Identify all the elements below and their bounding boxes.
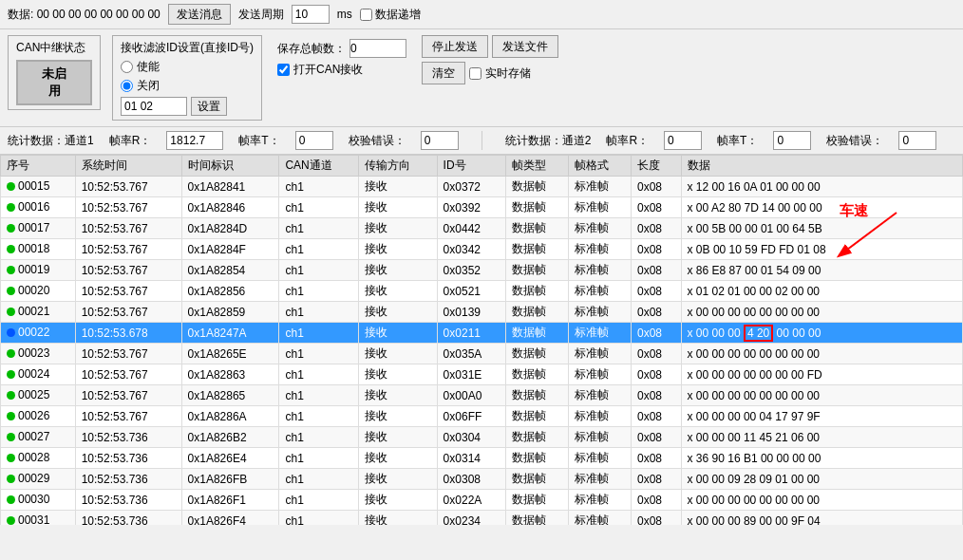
stats-ch2-ft-input[interactable] [773, 131, 811, 150]
status-dot [7, 245, 15, 253]
th-sysTime: 系统时间 [75, 156, 181, 177]
cell-ft: 数据帧 [505, 344, 568, 364]
cell-data: x 01 02 01 00 00 02 00 00 [681, 281, 962, 302]
table-row[interactable]: 00015 10:52:53.7670x1A82841ch1接收0x0372数据… [1, 177, 963, 197]
cell-ft: 数据帧 [505, 218, 568, 239]
table-row[interactable]: 00027 10:52:53.7360x1A826B2ch1接收0x0304数据… [1, 427, 963, 448]
cell-ch: ch1 [279, 406, 359, 427]
cell-data: x 00 00 00 00 00 00 00 00 [681, 385, 962, 406]
open-can-label[interactable]: 打开CAN接收 [277, 62, 406, 78]
filter-close-label[interactable]: 关闭 [121, 78, 254, 94]
cell-seq: 00023 [1, 344, 76, 364]
main-controls: CAN中继状态 未启用 接收滤波ID设置(直接ID号) 使能 关闭 设置 保存总… [0, 29, 963, 127]
stats-ch2-err-input[interactable] [898, 131, 936, 150]
stats-ch1-title: 统计数据：通道1 [8, 133, 94, 149]
status-dot [7, 224, 15, 233]
cell-data: x 00 00 00 00 00 00 00 FD [681, 364, 962, 385]
send-message-button[interactable]: 发送消息 [168, 4, 231, 25]
table-container[interactable]: 序号 系统时间 时间标识 CAN通道 传输方向 ID号 帧类型 帧格式 长度 数… [0, 155, 963, 525]
inc-checkbox-label[interactable]: 数据递增 [360, 7, 421, 23]
cell-ch: ch1 [279, 344, 359, 364]
stats-ch2-ft-label: 帧率T： [717, 133, 758, 149]
th-len: 长度 [631, 156, 681, 177]
open-can-checkbox[interactable] [277, 64, 290, 76]
cell-ft: 数据帧 [505, 239, 568, 260]
inc-checkbox[interactable] [360, 9, 372, 21]
th-id: ID号 [437, 156, 505, 177]
filter-set-button[interactable]: 设置 [191, 97, 227, 116]
cell-ts: 0x1A82854 [181, 260, 279, 281]
cell-ft: 数据帧 [505, 406, 568, 427]
cell-ff: 标准帧 [568, 385, 631, 406]
cell-len: 0x08 [631, 490, 681, 511]
table-row[interactable]: 00020 10:52:53.7670x1A82856ch1接收0x0521数据… [1, 281, 963, 302]
stats-ch1-err-label: 校验错误： [349, 133, 406, 149]
status-dot [7, 391, 15, 400]
cell-data: x 0B 00 10 59 FD FD 01 08 [681, 239, 962, 260]
stop-send-button[interactable]: 停止发送 [422, 35, 488, 58]
realtime-save-label[interactable]: 实时存储 [469, 65, 531, 82]
table-row[interactable]: 00025 10:52:53.7670x1A82865ch1接收0x00A0数据… [1, 385, 963, 406]
table-body: 00015 10:52:53.7670x1A82841ch1接收0x0372数据… [1, 177, 963, 526]
cell-len: 0x08 [631, 448, 681, 469]
stats-ch1-fr-input[interactable] [166, 131, 223, 150]
cell-id: 0x0352 [437, 260, 505, 281]
table-row[interactable]: 00018 10:52:53.7670x1A8284Fch1接收0x0342数据… [1, 239, 963, 260]
filter-id-group: 接收滤波ID设置(直接ID号) 使能 关闭 设置 [112, 35, 262, 121]
table-row[interactable]: 00021 10:52:53.7670x1A82859ch1接收0x0139数据… [1, 302, 963, 323]
send-file-button[interactable]: 发送文件 [492, 35, 558, 58]
table-row[interactable]: 00028 10:52:53.7360x1A826E4ch1接收0x0314数据… [1, 448, 963, 469]
realtime-save-checkbox[interactable] [469, 67, 482, 80]
status-dot [7, 287, 15, 295]
can-status-title: CAN中继状态 [16, 40, 92, 56]
cell-ts: 0x1A8265E [181, 344, 279, 364]
stats-ch1-ft-label: 帧率T： [238, 133, 279, 149]
can-status-button[interactable]: 未启用 [16, 60, 92, 105]
cell-time: 10:52:53.767 [75, 364, 181, 385]
cell-ts: 0x1A82846 [181, 197, 279, 218]
cell-id: 0x0234 [437, 511, 505, 526]
status-dot [7, 182, 15, 191]
cell-len: 0x08 [631, 218, 681, 239]
table-row[interactable]: 00031 10:52:53.7360x1A826F4ch1接收0x0234数据… [1, 511, 963, 526]
stats-ch1-ft-input[interactable] [295, 131, 333, 150]
cell-ch: ch1 [279, 364, 359, 385]
filter-id-input[interactable] [121, 97, 187, 116]
cell-data: x 00 00 00 00 00 00 00 00 [681, 490, 962, 511]
table-row[interactable]: 00016 10:52:53.7670x1A82846ch1接收0x0392数据… [1, 197, 963, 218]
save-total-input[interactable] [349, 39, 406, 58]
stats-ch1-err-input[interactable] [421, 131, 459, 150]
table-row[interactable]: 00029 10:52:53.7360x1A826FBch1接收0x0308数据… [1, 469, 963, 490]
filter-enable-label[interactable]: 使能 [121, 59, 254, 75]
cell-ff: 标准帧 [568, 344, 631, 364]
cell-len: 0x08 [631, 197, 681, 218]
clear-button[interactable]: 清空 [422, 62, 465, 84]
table-row[interactable]: 00030 10:52:53.7360x1A826F1ch1接收0x022A数据… [1, 490, 963, 511]
table-row[interactable]: 00019 10:52:53.7670x1A82854ch1接收0x0352数据… [1, 260, 963, 281]
table-row[interactable]: 00017 10:52:53.7670x1A8284Dch1接收0x0442数据… [1, 218, 963, 239]
cell-len: 0x08 [631, 427, 681, 448]
cell-ft: 数据帧 [505, 281, 568, 302]
table-row[interactable]: 00026 10:52:53.7670x1A8286Ach1接收0x06FF数据… [1, 406, 963, 427]
period-input[interactable] [292, 5, 330, 24]
cell-ft: 数据帧 [505, 260, 568, 281]
cell-ch: ch1 [279, 469, 359, 490]
cell-ch: ch1 [279, 177, 359, 197]
cell-time: 10:52:53.767 [75, 197, 181, 218]
cell-data: x 00 00 00 00 00 00 00 00 [681, 302, 962, 323]
cell-seq: 00026 [1, 406, 76, 427]
table-row[interactable]: 00024 10:52:53.7670x1A82863ch1接收0x031E数据… [1, 364, 963, 385]
table-row[interactable]: 00022 10:52:53.6780x1A8247Ach1接收0x0211数据… [1, 323, 963, 344]
cell-ft: 数据帧 [505, 323, 568, 344]
table-row[interactable]: 00023 10:52:53.7670x1A8265Ech1接收0x035A数据… [1, 344, 963, 364]
cell-data: x 00 00 00 00 04 17 97 9F [681, 406, 962, 427]
stats-ch2-fr-input[interactable] [664, 131, 702, 150]
cell-id: 0x031E [437, 364, 505, 385]
cell-time: 10:52:53.767 [75, 177, 181, 197]
filter-close-radio[interactable] [121, 80, 133, 92]
cell-ff: 标准帧 [568, 302, 631, 323]
status-dot [7, 412, 15, 420]
filter-enable-radio[interactable] [121, 61, 133, 73]
cell-len: 0x08 [631, 344, 681, 364]
cell-ts: 0x1A8247A [181, 323, 279, 344]
